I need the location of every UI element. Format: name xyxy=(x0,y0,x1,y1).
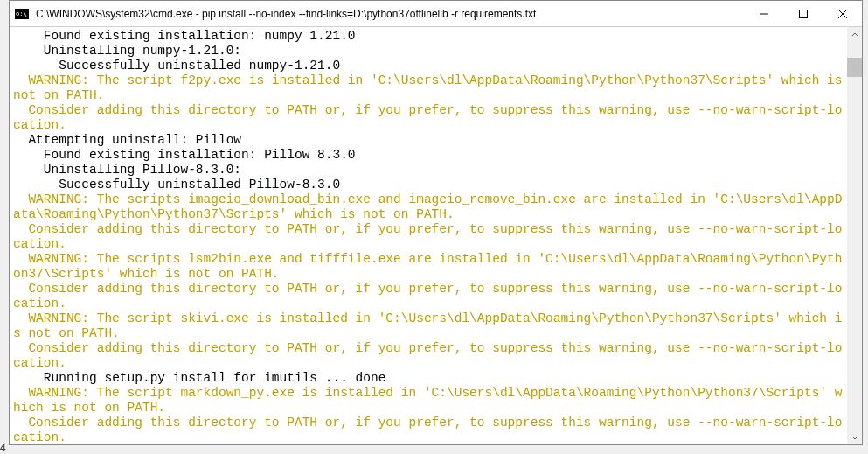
terminal-line: WARNING: The script skivi.exe is install… xyxy=(13,311,842,340)
terminal-line: Successfully uninstalled numpy-1.21.0 xyxy=(13,59,340,73)
terminal-line: Consider adding this directory to PATH o… xyxy=(13,416,842,444)
terminal-body: Found existing installation: numpy 1.21.… xyxy=(10,27,862,444)
scroll-up-button[interactable] xyxy=(847,27,862,42)
terminal-line: WARNING: The script f2py.exe is installe… xyxy=(13,73,847,102)
svg-rect-1 xyxy=(799,10,807,17)
maximize-icon xyxy=(799,10,808,18)
terminal-line: Found existing installation: Pillow 8.3.… xyxy=(13,148,356,162)
terminal-line: Running setup.py install for imutils ...… xyxy=(13,371,385,385)
terminal-line: Uninstalling numpy-1.21.0: xyxy=(13,44,241,58)
terminal-line: Consider adding this directory to PATH o… xyxy=(13,222,842,251)
chevron-up-icon xyxy=(851,31,858,38)
terminal-line: Attempting uninstall: Pillow xyxy=(13,133,241,147)
terminal-line: WARNING: The scripts imageio_download_bi… xyxy=(13,192,842,221)
scroll-down-button[interactable] xyxy=(847,430,862,444)
terminal-line: Found existing installation: numpy 1.21.… xyxy=(13,29,356,43)
caption-buttons xyxy=(744,1,862,26)
maximize-button[interactable] xyxy=(783,1,823,26)
vertical-scrollbar[interactable] xyxy=(847,27,862,444)
cmd-window: C:\WINDOWS\system32\cmd.exe - pip instal… xyxy=(9,0,863,445)
minimize-button[interactable] xyxy=(744,1,783,26)
terminal-line: Consider adding this directory to PATH o… xyxy=(13,282,842,311)
terminal-line: WARNING: The script markdown_py.exe is i… xyxy=(13,386,842,415)
terminal-line: Successfully uninstalled Pillow-8.3.0 xyxy=(13,178,340,192)
chevron-down-icon xyxy=(851,434,858,441)
minimize-icon xyxy=(760,10,768,18)
close-button[interactable] xyxy=(823,1,862,26)
close-icon xyxy=(838,10,847,18)
terminal-content[interactable]: Found existing installation: numpy 1.21.… xyxy=(10,27,847,444)
terminal-line: WARNING: The scripts lsm2bin.exe and tif… xyxy=(13,252,842,281)
terminal-line: Uninstalling Pillow-8.3.0: xyxy=(13,163,241,177)
titlebar[interactable]: C:\WINDOWS\system32\cmd.exe - pip instal… xyxy=(10,1,862,27)
cmd-icon xyxy=(15,9,29,19)
window-title: C:\WINDOWS\system32\cmd.exe - pip instal… xyxy=(36,8,744,20)
scrollbar-thumb[interactable] xyxy=(847,58,862,77)
terminal-line: Consider adding this directory to PATH o… xyxy=(13,103,842,132)
corner-label: 4 xyxy=(0,442,6,454)
terminal-line: Consider adding this directory to PATH o… xyxy=(13,341,842,370)
